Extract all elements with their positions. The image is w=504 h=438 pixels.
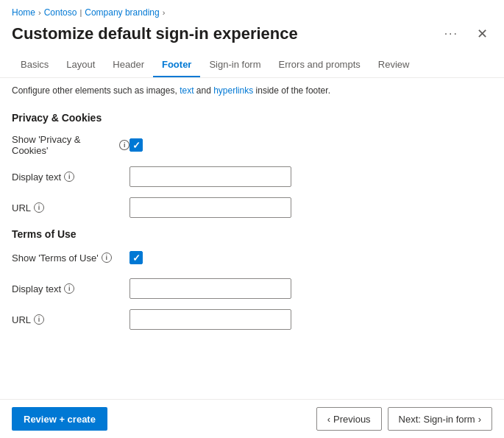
info-text-before: Configure other elements such as images, xyxy=(12,85,177,96)
privacy-display-info-icon: i xyxy=(64,172,74,182)
terms-url-row: URL i xyxy=(12,309,492,330)
terms-display-info-icon: i xyxy=(64,283,74,294)
info-link-text[interactable]: text xyxy=(180,85,194,96)
terms-show-checkbox-wrapper: ✓ xyxy=(129,251,492,264)
tab-review[interactable]: Review xyxy=(369,53,419,77)
breadcrumb-contoso[interactable]: Contoso xyxy=(44,7,77,18)
terms-url-info-icon: i xyxy=(34,314,44,325)
header-actions: ··· ✕ xyxy=(440,24,492,44)
privacy-show-row: Show 'Privacy & Cookies' i ✓ xyxy=(12,134,492,156)
privacy-url-row: URL i xyxy=(12,197,492,218)
privacy-url-input[interactable] xyxy=(129,197,291,218)
tab-errors-and-prompts[interactable]: Errors and prompts xyxy=(270,53,369,77)
tab-layout[interactable]: Layout xyxy=(57,53,104,77)
close-button[interactable]: ✕ xyxy=(472,24,492,44)
privacy-display-text-control xyxy=(129,166,492,187)
tab-bar: Basics Layout Header Footer Sign-in form… xyxy=(0,53,504,78)
terms-show-label: Show 'Terms of Use' i xyxy=(12,252,129,264)
breadcrumb-sep-2: | xyxy=(79,8,82,17)
info-banner: Configure other elements such as images,… xyxy=(0,78,504,102)
privacy-display-text-input[interactable] xyxy=(129,166,291,187)
terms-url-label: URL i xyxy=(12,314,129,325)
info-text-after: inside of the footer. xyxy=(256,85,330,96)
nav-buttons: ‹ Previous Next: Sign-in form › xyxy=(316,407,492,431)
privacy-show-checkmark: ✓ xyxy=(132,141,141,150)
privacy-url-info-icon: i xyxy=(34,202,44,213)
previous-button[interactable]: ‹ Previous xyxy=(316,407,382,431)
privacy-display-text-label: Display text i xyxy=(12,172,129,183)
terms-url-input[interactable] xyxy=(129,309,291,330)
next-button-label: Next: Sign-in form xyxy=(399,414,475,425)
info-link-hyperlinks[interactable]: hyperlinks xyxy=(213,85,253,96)
privacy-section: Privacy & Cookies Show 'Privacy & Cookie… xyxy=(12,112,492,218)
terms-show-info-icon: i xyxy=(102,252,112,263)
previous-button-label: Previous xyxy=(333,414,371,425)
page-title: Customize default sign-in experience xyxy=(12,24,440,43)
page-header: Customize default sign-in experience ···… xyxy=(0,21,504,53)
tab-sign-in-form[interactable]: Sign-in form xyxy=(200,53,269,77)
info-text-middle: and xyxy=(196,85,213,96)
terms-section: Terms of Use Show 'Terms of Use' i ✓ Dis… xyxy=(12,228,492,330)
privacy-url-control xyxy=(129,197,492,218)
breadcrumb-sep-3: › xyxy=(163,8,166,17)
breadcrumb-company-branding[interactable]: Company branding xyxy=(85,7,159,18)
tab-footer[interactable]: Footer xyxy=(153,53,200,77)
content-area: Privacy & Cookies Show 'Privacy & Cookie… xyxy=(0,102,504,399)
privacy-section-title: Privacy & Cookies xyxy=(12,112,492,124)
privacy-show-checkbox[interactable]: ✓ xyxy=(129,138,143,152)
tab-basics[interactable]: Basics xyxy=(12,53,57,77)
breadcrumb-home[interactable]: Home xyxy=(12,7,35,18)
terms-show-row: Show 'Terms of Use' i ✓ xyxy=(12,247,492,268)
previous-chevron-icon: ‹ xyxy=(327,414,330,425)
terms-display-text-input[interactable] xyxy=(129,278,291,299)
breadcrumb-sep-1: › xyxy=(38,8,41,17)
privacy-show-label: Show 'Privacy & Cookies' i xyxy=(12,134,129,156)
breadcrumb: Home › Contoso | Company branding › xyxy=(0,0,504,21)
next-button[interactable]: Next: Sign-in form › xyxy=(388,407,492,431)
review-create-button[interactable]: Review + create xyxy=(12,407,107,431)
privacy-show-info-icon: i xyxy=(119,140,129,150)
terms-display-text-control xyxy=(129,278,492,299)
page-container: Home › Contoso | Company branding › Cust… xyxy=(0,0,504,438)
more-options-button[interactable]: ··· xyxy=(440,24,463,43)
terms-display-text-label: Display text i xyxy=(12,283,129,294)
privacy-url-label: URL i xyxy=(12,202,129,213)
footer-nav: Review + create ‹ Previous Next: Sign-in… xyxy=(0,399,504,438)
terms-url-control xyxy=(129,309,492,330)
next-chevron-icon: › xyxy=(478,414,481,425)
terms-show-checkmark: ✓ xyxy=(132,253,141,263)
privacy-display-text-row: Display text i xyxy=(12,166,492,187)
tab-header[interactable]: Header xyxy=(104,53,153,77)
privacy-show-checkbox-wrapper: ✓ xyxy=(129,138,492,152)
terms-display-text-row: Display text i xyxy=(12,278,492,299)
terms-show-checkbox[interactable]: ✓ xyxy=(129,251,143,264)
terms-section-title: Terms of Use xyxy=(12,228,492,240)
